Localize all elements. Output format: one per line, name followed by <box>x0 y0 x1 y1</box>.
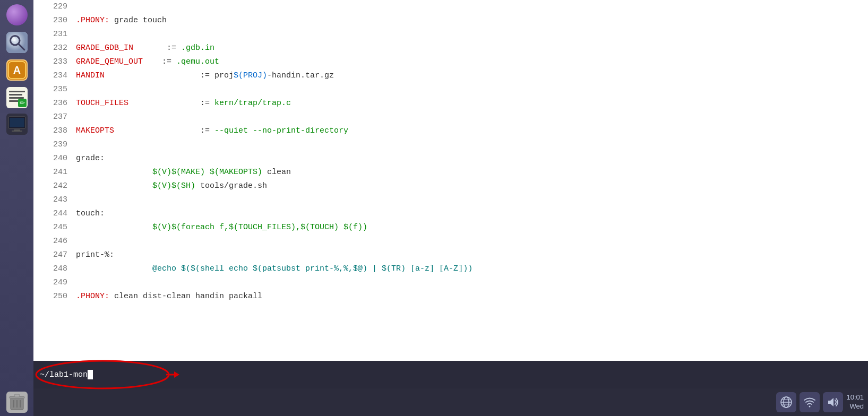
app-updater-icon: A <box>6 59 28 81</box>
code-lines: 229230.PHONY: grade touch231232GRADE_GDB… <box>33 0 868 304</box>
code-line: 247print-%: <box>33 248 868 262</box>
line-number: 250 <box>33 290 76 304</box>
line-number: 246 <box>33 235 76 248</box>
code-line: 244touch: <box>33 207 868 221</box>
sidebar: A ✏ <box>0 0 33 416</box>
code-line: 234HANDIN := proj$(PROJ)-handin.tar.gz <box>33 69 868 83</box>
line-number: 234 <box>33 69 76 83</box>
line-content: .PHONY: clean dist-clean handin packall <box>76 290 262 304</box>
sidebar-icon-text-editor[interactable]: ✏ <box>4 85 30 110</box>
line-number: 247 <box>33 248 76 262</box>
line-number: 235 <box>33 83 76 97</box>
sidebar-icon-spotlight[interactable] <box>4 30 30 55</box>
line-number: 236 <box>33 97 76 110</box>
line-number: 248 <box>33 262 76 276</box>
line-content: .PHONY: grade touch <box>76 14 167 28</box>
code-line: 236TOUCH_FILES := kern/trap/trap.c <box>33 97 868 110</box>
sidebar-icon-trash[interactable] <box>4 391 30 416</box>
line-content: TOUCH_FILES := kern/trap/trap.c <box>76 97 291 110</box>
monitor-icon <box>6 114 28 137</box>
line-number: 240 <box>33 152 76 166</box>
code-line: 237 <box>33 110 868 124</box>
line-content: grade: <box>76 152 105 166</box>
svg-point-34 <box>809 406 811 408</box>
line-number: 249 <box>33 276 76 290</box>
code-line: 230.PHONY: grade touch <box>33 14 868 28</box>
line-number: 238 <box>33 124 76 138</box>
line-content: @echo $($(shell echo $(patsubst print-%,… <box>76 262 472 276</box>
code-editor[interactable]: 229230.PHONY: grade touch231232GRADE_GDB… <box>33 0 868 361</box>
taskbar: 10:01 Wed <box>33 388 868 416</box>
terminal-cursor <box>88 370 93 379</box>
code-line: 246 <box>33 235 868 248</box>
code-line: 243 <box>33 193 868 207</box>
line-content: touch: <box>76 207 105 221</box>
line-content: MAKEOPTS := --quiet --no-print-directory <box>76 124 348 138</box>
spotlight-icon <box>6 32 28 53</box>
line-content: $(V)$(SH) tools/grade.sh <box>76 179 267 193</box>
text-editor-icon: ✏ <box>6 87 28 108</box>
code-line: 242 $(V)$(SH) tools/grade.sh <box>33 179 868 193</box>
code-line: 248 @echo $($(shell echo $(patsubst prin… <box>33 262 868 276</box>
code-line: 231 <box>33 28 868 41</box>
code-line: 241 $(V)$(MAKE) $(MAKEOPTS) clean <box>33 166 868 179</box>
taskbar-sound-icon[interactable] <box>823 392 843 412</box>
sidebar-icon-monitor[interactable] <box>4 112 30 138</box>
line-content: HANDIN := proj$(PROJ)-handin.tar.gz <box>76 69 334 83</box>
svg-rect-8 <box>9 91 25 92</box>
line-number: 232 <box>33 41 76 55</box>
line-number: 229 <box>33 0 76 14</box>
svg-text:✏: ✏ <box>20 99 25 107</box>
svg-rect-22 <box>14 394 20 397</box>
svg-text:A: A <box>13 64 20 76</box>
line-number: 231 <box>33 28 76 41</box>
taskbar-time: 10:01 Wed <box>846 393 864 411</box>
trash-icon <box>6 392 28 415</box>
line-content: $(V)$(MAKE) $(MAKEOPTS) clean <box>76 166 291 179</box>
code-line: 240grade: <box>33 152 868 166</box>
svg-point-3 <box>12 37 16 41</box>
svg-rect-10 <box>9 97 24 99</box>
code-line: 239 <box>33 138 868 152</box>
code-line: 245 $(V)$(foreach f,$(TOUCH_FILES),$(TOU… <box>33 221 868 235</box>
svg-marker-28 <box>174 371 179 378</box>
svg-rect-18 <box>10 118 24 127</box>
line-number: 241 <box>33 166 76 179</box>
sidebar-icon-finder[interactable] <box>4 2 30 28</box>
taskbar-network-icon[interactable] <box>776 392 796 412</box>
svg-rect-17 <box>12 131 22 132</box>
line-number: 230 <box>33 14 76 28</box>
line-number: 244 <box>33 207 76 221</box>
main-content: 229230.PHONY: grade touch231232GRADE_GDB… <box>33 0 868 416</box>
line-content: GRADE_GDB_IN := .gdb.in <box>76 41 214 55</box>
sidebar-icon-app-updater[interactable]: A <box>4 57 30 83</box>
code-line: 250.PHONY: clean dist-clean handin packa… <box>33 290 868 304</box>
code-line: 233GRADE_QEMU_OUT := .qemu.out <box>33 55 868 69</box>
line-number: 233 <box>33 55 76 69</box>
finder-icon <box>6 4 28 25</box>
line-content: print-%: <box>76 248 114 262</box>
svg-rect-9 <box>9 94 22 96</box>
code-line: 249 <box>33 276 868 290</box>
code-line: 232GRADE_GDB_IN := .gdb.in <box>33 41 868 55</box>
code-line: 229 <box>33 0 868 14</box>
line-number: 242 <box>33 179 76 193</box>
line-content: $(V)$(foreach f,$(TOUCH_FILES),$(TOUCH) … <box>76 221 367 235</box>
line-number: 243 <box>33 193 76 207</box>
line-content: GRADE_QEMU_OUT := .qemu.out <box>76 55 219 69</box>
terminal-prompt: ~/lab1-mon <box>40 370 88 379</box>
code-line: 238MAKEOPTS := --quiet --no-print-direct… <box>33 124 868 138</box>
line-number: 237 <box>33 110 76 124</box>
line-number: 239 <box>33 138 76 152</box>
line-number: 245 <box>33 221 76 235</box>
terminal-bar[interactable]: ~/lab1-mon <box>33 361 868 388</box>
code-line: 235 <box>33 83 868 97</box>
taskbar-wifi-icon[interactable] <box>800 392 820 412</box>
